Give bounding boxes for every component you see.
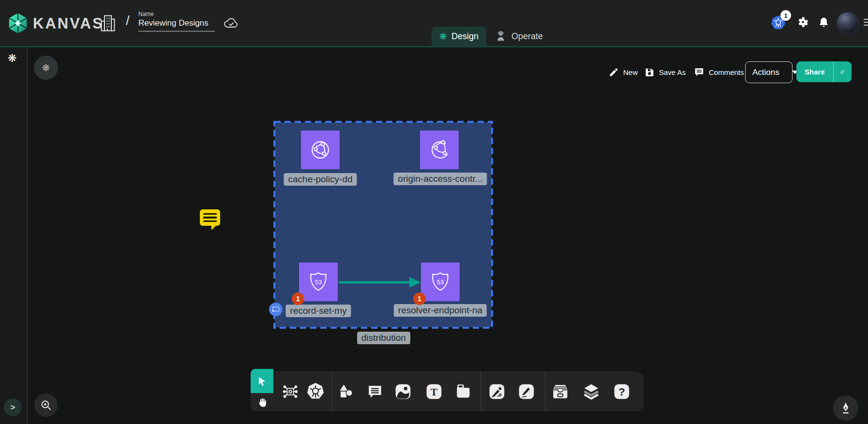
layers-icon (582, 382, 600, 401)
tool-image-button[interactable] (390, 371, 416, 411)
signature-pen-button[interactable] (833, 395, 858, 421)
user-avatar[interactable] (837, 12, 858, 34)
new-button[interactable]: New (609, 65, 638, 79)
tool-layers-button[interactable] (579, 371, 604, 411)
pencil-icon (609, 67, 619, 77)
share-button-label: Share (796, 68, 833, 76)
organization-icon[interactable] (100, 14, 116, 32)
app-title: KANVAS (33, 15, 104, 32)
top-bar: KANVAS / Name ❋ Design Ope (0, 0, 868, 47)
tool-pen-button[interactable] (484, 371, 509, 411)
circuit-components-icon (281, 382, 299, 401)
design-name-input[interactable] (138, 17, 215, 31)
share-split-button[interactable]: Share (796, 61, 852, 82)
actions-split-button[interactable]: Actions (745, 61, 793, 83)
kubernetes-helm-icon (306, 382, 325, 401)
node-record-set[interactable]: 53 (299, 263, 338, 301)
comments-button-label: Comments (709, 68, 744, 76)
tool-comment-button[interactable] (362, 371, 388, 411)
cloud-sync-icon[interactable] (224, 17, 239, 29)
node-label[interactable]: origin-access-contr... (393, 173, 487, 185)
magnifier-plus-icon (40, 399, 52, 411)
dock-divider (545, 371, 545, 411)
chevron-right-icon: > (11, 403, 15, 412)
new-button-label: New (623, 68, 638, 76)
help-icon: ? (613, 383, 630, 400)
tool-pan-hand-button[interactable] (251, 393, 273, 411)
globe-network-icon (426, 137, 452, 163)
design-name-field-group: Name (138, 11, 215, 31)
canvas-menu-flower-button[interactable]: ❊ (34, 56, 58, 80)
tool-archive-button[interactable] (548, 371, 573, 411)
tool-text-button[interactable]: T (421, 371, 447, 411)
comment-pin-icon[interactable] (200, 209, 220, 226)
group-label[interactable]: distribution (357, 332, 410, 344)
freehand-draw-icon (518, 383, 535, 400)
tool-freehand-draw-button[interactable] (514, 371, 539, 411)
kubernetes-badge: 1 (780, 10, 791, 21)
left-sidebar: ❋ > (0, 47, 28, 424)
node-label[interactable]: record-set-my (285, 305, 351, 317)
edge-record-to-resolver[interactable] (338, 275, 423, 290)
comment-pin-tail (211, 225, 217, 230)
route53-shield-icon: 53 (428, 269, 453, 294)
issue-count-badge[interactable]: 1 (413, 292, 426, 305)
operator-icon (494, 29, 507, 43)
tool-components-button[interactable] (278, 371, 303, 411)
design-spiral-icon: ❋ (439, 32, 447, 41)
save-as-button-label: Save As (659, 68, 686, 76)
dashed-rect-icon (271, 305, 281, 314)
board-icon (454, 383, 472, 400)
svg-text:T: T (431, 386, 438, 398)
sidebar-expand-button[interactable]: > (4, 398, 22, 416)
globe-network-icon (307, 137, 333, 163)
save-as-button[interactable]: Save As (644, 65, 686, 79)
comments-button[interactable]: Comments (694, 65, 744, 79)
tool-shapes-button[interactable] (333, 371, 359, 411)
tool-kubernetes-button[interactable] (303, 371, 328, 411)
pen-tool-icon (488, 383, 506, 400)
archive-drawer-icon (551, 382, 570, 401)
svg-text:53: 53 (437, 278, 444, 286)
comment-icon (367, 383, 383, 400)
node-cache-policy[interactable] (301, 131, 340, 169)
dock-divider (331, 371, 332, 411)
node-label[interactable]: cache-policy-dd (284, 173, 357, 186)
actions-button-label: Actions (746, 68, 786, 77)
node-origin-access[interactable] (420, 131, 459, 169)
kanvas-logo-icon[interactable] (7, 12, 29, 34)
tool-select-cursor-button[interactable] (251, 369, 273, 393)
tab-design-label: Design (451, 31, 479, 42)
kanvas-app: KANVAS / Name ❋ Design Ope (0, 0, 868, 424)
settings-gear-icon[interactable] (796, 15, 809, 29)
issue-count-badge[interactable]: 1 (292, 292, 304, 305)
group-resize-handle[interactable] (269, 303, 283, 316)
overflow-menu-icon[interactable] (864, 17, 868, 28)
zoom-in-button[interactable] (34, 394, 58, 417)
bottom-dock: T (273, 371, 644, 411)
dock-divider (480, 371, 481, 411)
design-name-label: Name (138, 11, 215, 17)
image-icon (394, 383, 412, 400)
hand-icon (256, 397, 268, 408)
save-icon (644, 67, 655, 77)
node-label[interactable]: resolver-endpoint-na (394, 304, 487, 317)
tab-design[interactable]: ❋ Design (432, 27, 486, 46)
pen-nib-icon (839, 402, 852, 414)
meshery-spiral-icon[interactable]: ❋ (8, 53, 16, 64)
text-icon: T (425, 383, 443, 400)
copy-link-icon[interactable] (840, 67, 845, 77)
tool-board-button[interactable] (450, 371, 476, 411)
route53-shield-icon: 53 (306, 269, 331, 294)
svg-text:?: ? (618, 386, 625, 398)
flower-icon: ❊ (42, 63, 50, 73)
node-resolver-endpoint[interactable]: 53 (421, 263, 460, 301)
notifications-bell-icon[interactable] (818, 16, 830, 29)
tool-help-button[interactable]: ? (609, 371, 634, 411)
tab-operate-label: Operate (511, 31, 543, 42)
comment-icon (694, 67, 704, 77)
shapes-icon (337, 383, 355, 400)
svg-text:53: 53 (315, 278, 322, 286)
cursor-icon (256, 376, 268, 387)
tab-operate[interactable]: Operate (487, 27, 551, 46)
